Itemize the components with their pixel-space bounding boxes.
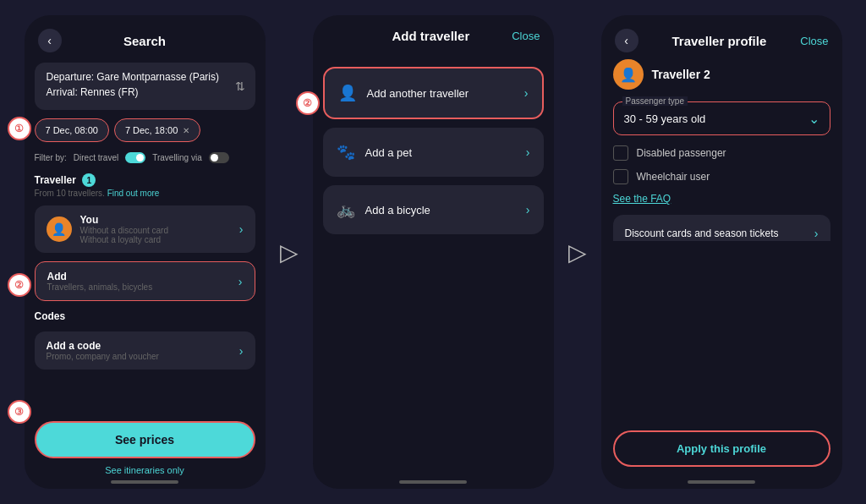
add-code-card[interactable]: Add a code Promo, company and voucher › [35,331,255,370]
date-chip-2[interactable]: 7 Dec, 18:00 ✕ [114,118,200,142]
codes-label: Codes [35,310,255,322]
codes-section: Codes [35,310,255,324]
date-chip-1[interactable]: 7 Dec, 08:00 [35,118,109,142]
discount-cards-label: Discount cards and season tickets [625,227,779,239]
traveller-2-avatar: 👤 [613,59,644,90]
travelling-via-label: Travelling via [152,153,202,162]
add-traveller-close-button[interactable]: Close [512,30,540,42]
date-2-value: 7 Dec, 18:00 [125,125,178,135]
date-1-value: 7 Dec, 08:00 [46,125,98,135]
discount-cards-item[interactable]: Discount cards and season tickets › [613,215,830,241]
apply-profile-button[interactable]: Apply this profile [613,430,830,467]
you-sub2: Without a loyalty card [80,235,231,244]
filter-by-label: Filter by: [35,153,67,162]
you-title: You [80,214,231,226]
search-title: Search [123,34,166,48]
profile-title: Traveller profile [672,34,767,48]
search-header: ‹ Search [25,15,266,59]
route-card: Departure: Gare Montparnasse (Paris) Arr… [35,63,255,110]
home-indicator-2 [399,480,467,484]
add-code-content: Add a code Promo, company and voucher [47,340,231,361]
direct-travel-label: Direct travel [74,153,118,162]
step-3-indicator: ③ [8,400,31,424]
step-2-mid-indicator: ② [296,91,320,115]
passenger-type-box[interactable]: Passenger type 30 - 59 years old ⌄ [613,101,830,135]
add-sub: Travellers, animals, bicycles [47,282,230,292]
home-indicator [111,480,178,484]
departure-value: Gare Montparnasse (Paris) [96,71,219,83]
add-traveller-list: 👤 Add another traveller › 🐾 Add a pet › … [323,67,544,234]
date-row: 7 Dec, 08:00 7 Dec, 18:00 ✕ [35,118,255,142]
add-card-content: Add Travellers, animals, bicycles [47,271,230,292]
add-another-traveller-item[interactable]: 👤 Add another traveller › [323,67,544,119]
filter-row: Filter by: Direct travel Travelling via [35,152,255,163]
search-screen: ‹ Search Departure: Gare Montparnasse (P… [25,15,266,489]
add-traveller-header: Add traveller Close [313,15,554,50]
you-card[interactable]: 👤 You Without a discount card Without a … [35,205,255,253]
add-pet-label: Add a pet [365,146,516,159]
step-2-left-indicator: ② [8,273,31,297]
disabled-passenger-item[interactable]: Disabled passenger [613,145,830,161]
passenger-type-dropdown-icon[interactable]: ⌄ [808,111,819,127]
wheelchair-user-checkbox[interactable] [613,169,628,184]
add-traveller-title: Add traveller [392,29,470,43]
arrival-value: Rennes (FR) [80,86,139,98]
disabled-passenger-label: Disabled passenger [637,147,726,159]
add-pet-chevron-icon: › [526,145,530,159]
add-chevron-icon: › [238,275,243,288]
add-code-sub: Promo, company and voucher [47,352,231,361]
add-bicycle-item[interactable]: 🚲 Add a bicycle › [323,185,544,234]
date-clear-button[interactable]: ✕ [183,126,189,135]
wheelchair-user-item[interactable]: Wheelchair user [613,169,830,184]
passenger-type-label: Passenger type [622,96,688,106]
arrow-1: ▷ [272,238,306,266]
travelling-via-toggle[interactable] [209,152,229,163]
see-itineraries-link[interactable]: See itineraries only [25,465,266,475]
profile-back-button[interactable]: ‹ [615,29,639,52]
home-indicator-3 [688,480,755,484]
arrow-right-icon: ▷ [280,238,299,266]
traveller-section: Traveller 1 From 10 travellers. Find out… [35,173,255,198]
add-traveller-icon: 👤 [338,84,357,102]
faq-link[interactable]: See the FAQ [613,193,830,205]
traveller-sublabel: From 10 travellers. Find out more [35,189,255,198]
traveller-count-badge: 1 [82,173,96,187]
traveller-2-name: Traveller 2 [652,68,710,81]
traveller-label: Traveller 1 [35,173,255,187]
you-card-content: You Without a discount card Without a lo… [80,214,231,244]
arrival-row: Arrival: Rennes (FR) [47,86,244,98]
back-button[interactable]: ‹ [38,29,62,52]
profile-header: ‹ Traveller profile Close [601,15,842,59]
you-chevron-icon: › [239,222,244,236]
traveller-profile-screen: ‹ Traveller profile Close 👤 Traveller 2 … [601,15,842,489]
main-container: ① ② ③ ‹ Search Departure: Gare Montparna… [0,0,866,504]
profile-close-button[interactable]: Close [800,35,828,47]
direct-travel-toggle[interactable] [125,152,145,163]
swap-button[interactable]: ⇅ [235,79,245,93]
discount-cards-chevron-icon: › [814,227,819,240]
step-1-indicator: ① [8,117,31,140]
arrow-right-icon-2: ▷ [568,238,587,266]
add-pet-item[interactable]: 🐾 Add a pet › [323,128,544,177]
add-bicycle-chevron-icon: › [526,203,530,216]
find-out-more-link[interactable]: Find out more [107,189,160,198]
add-bicycle-label: Add a bicycle [365,204,516,216]
add-pet-icon: 🐾 [337,143,355,162]
add-traveller-chevron-icon: › [524,86,529,100]
add-traveller-screen: Add traveller Close 👤 Add another travel… [313,15,554,489]
arrow-2: ▷ [561,238,595,266]
add-another-traveller-label: Add another traveller [367,87,514,100]
wheelchair-user-label: Wheelchair user [637,171,710,183]
add-title: Add [47,271,230,282]
add-code-title: Add a code [47,340,231,352]
add-card[interactable]: Add Travellers, animals, bicycles › [35,261,255,301]
departure-row: Departure: Gare Montparnasse (Paris) [47,71,244,83]
disabled-passenger-checkbox[interactable] [613,145,628,161]
traveller-info: 👤 Traveller 2 [613,59,830,90]
you-sub1: Without a discount card [80,226,231,235]
see-prices-button[interactable]: See prices [35,421,255,458]
add-code-chevron-icon: › [239,344,244,358]
passenger-type-value: 30 - 59 years old [624,112,706,125]
profile-content: 👤 Traveller 2 Passenger type 30 - 59 yea… [601,59,842,241]
add-bicycle-icon: 🚲 [337,200,355,219]
